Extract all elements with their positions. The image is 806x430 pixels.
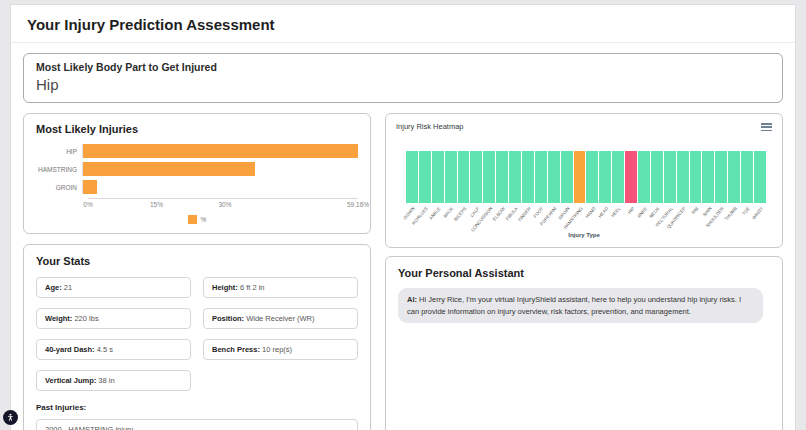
stat-item-bench-press: Bench Press: 10 rep(s) — [203, 339, 358, 360]
your-stats-card: Your Stats Age: 21Height: 6 ft 2 inWeigh… — [23, 244, 371, 430]
heatmap-bar-neck[interactable] — [651, 151, 663, 203]
heatmap-bar-shoulder[interactable] — [715, 151, 727, 203]
heatmap-bar-heel[interactable] — [612, 151, 624, 203]
heatmap-bar-toe[interactable] — [741, 151, 753, 203]
x-axis-tick-label: 59.16% — [347, 201, 369, 208]
heatmap-category-label: HAND — [584, 206, 596, 219]
heatmap-category-label: TOE — [741, 206, 751, 216]
assistant-message-bubble: AI: Hi Jerry Rice, I'm your virtual Inju… — [398, 288, 763, 323]
injury-category-label: HAMSTRING — [36, 166, 82, 173]
legend-swatch — [188, 215, 197, 224]
heatmap-bar-back[interactable] — [445, 151, 457, 203]
bar-track — [82, 144, 358, 158]
assistant-message-text: Hi Jerry Rice, I'm your virtual InjurySh… — [407, 295, 741, 316]
injuries-x-axis: 0%15%30%59.16% — [88, 198, 358, 210]
injury-category-label: HIP — [36, 148, 82, 155]
stat-item-age: Age: 21 — [36, 277, 191, 298]
injuries-chart-legend[interactable]: % — [36, 215, 358, 224]
heatmap-label-cell: THUMB — [728, 205, 740, 232]
heatmap-bar-hip[interactable] — [625, 151, 637, 203]
most-likely-injuries-card: Most Likely Injuries HIPHAMSTRINGGROIN 0… — [23, 113, 371, 234]
heatmap-bar-quadricep[interactable] — [677, 151, 689, 203]
heatmap-bar-ankle[interactable] — [432, 151, 444, 203]
past-injury-text: 2000 - HAMSTRING injury — [45, 425, 133, 430]
injury-risk-heatmap-card: Injury Risk Heatmap -DOWNACHILLESANKLEBA… — [385, 113, 783, 248]
assistant-title: Your Personal Assistant — [398, 267, 770, 279]
stats-title: Your Stats — [36, 255, 358, 267]
past-injury-item: 2000 - HAMSTRING injury — [36, 419, 358, 430]
body-part-value: Hip — [36, 76, 770, 93]
heatmap-label-cell: RIB — [690, 205, 702, 232]
body-part-card: Most Likely Body Part to Get Injured Hip — [23, 53, 783, 103]
heatmap-bar-achilles[interactable] — [419, 151, 431, 203]
heatmap-category-label: NECK — [649, 206, 661, 219]
heatmap-bars — [406, 151, 766, 203]
accessibility-icon — [6, 413, 15, 422]
heatmap-bar-groin[interactable] — [561, 151, 573, 203]
heatmap-bar-shin[interactable] — [702, 151, 714, 203]
stat-item-height: Height: 6 ft 2 in — [203, 277, 358, 298]
injury-bar-hamstring[interactable] — [83, 162, 255, 176]
x-axis-tick-label: 0% — [83, 201, 92, 208]
stats-grid: Age: 21Height: 6 ft 2 inWeight: 220 lbsP… — [36, 277, 358, 391]
heatmap-bar-calf[interactable] — [470, 151, 482, 203]
heatmap-category-label: HEEL — [611, 206, 622, 218]
heatmap-label-cell: WRIST — [754, 205, 766, 232]
heatmap-bar-hamstring[interactable] — [574, 151, 586, 203]
app-viewport: Your Injury Prediction Assessment Most L… — [0, 0, 806, 430]
heatmap-label-cell: HAMSTRING — [574, 205, 586, 232]
heatmap-bar-knee[interactable] — [638, 151, 650, 203]
heatmap-bar-concussion[interactable] — [483, 151, 495, 203]
heatmap-bar-biceps[interactable] — [458, 151, 470, 203]
heatmap-bar-hand[interactable] — [586, 151, 598, 203]
heatmap-label-cell: QUADRICEP — [677, 205, 689, 232]
assistant-message-prefix: AI: — [407, 295, 417, 304]
heatmap-bar-foot[interactable] — [535, 151, 547, 203]
injury-category-label: GROIN — [36, 184, 82, 191]
heatmap-label-cell: ANKLE — [432, 205, 444, 232]
heatmap-header: Injury Risk Heatmap — [396, 122, 772, 133]
heatmap-label-cell: BICEPS — [458, 205, 470, 232]
right-column: Injury Risk Heatmap -DOWNACHILLESANKLEBA… — [385, 113, 783, 430]
heatmap-bar-fibula[interactable] — [509, 151, 521, 203]
stat-item-weight: Weight: 220 lbs — [36, 308, 191, 329]
body-part-label: Most Likely Body Part to Get Injured — [36, 61, 770, 73]
injury-bar-row: GROIN — [36, 180, 358, 194]
left-column: Most Likely Injuries HIPHAMSTRINGGROIN 0… — [23, 113, 371, 430]
heatmap-bar-rib[interactable] — [690, 151, 702, 203]
personal-assistant-card: Your Personal Assistant AI: Hi Jerry Ric… — [385, 256, 783, 430]
heatmap-label-cell: TOE — [741, 205, 753, 232]
heatmap-bar-forearm[interactable] — [548, 151, 560, 203]
heatmap-bar-elbow[interactable] — [496, 151, 508, 203]
heatmap-category-label: CALF — [469, 206, 480, 218]
legend-label: % — [201, 216, 207, 223]
stat-item-position: Position: Wide Receiver (WR) — [203, 308, 358, 329]
injury-bar-groin[interactable] — [83, 180, 97, 194]
bar-track — [82, 180, 358, 194]
injuries-chart-title: Most Likely Injuries — [36, 123, 358, 135]
heatmap-title: Injury Risk Heatmap — [396, 122, 464, 131]
accessibility-widget-button[interactable] — [3, 410, 18, 425]
heatmap-bar--down[interactable] — [406, 151, 418, 203]
x-axis-tick-label: 30% — [218, 201, 231, 208]
heatmap-bar-finger[interactable] — [522, 151, 534, 203]
stat-item-40-yard-dash: 40-yard Dash: 4.5 s — [36, 339, 191, 360]
heatmap-label-cell: HAND — [586, 205, 598, 232]
heatmap-bar-wrist[interactable] — [754, 151, 766, 203]
heatmap-category-label: RIB — [691, 206, 700, 215]
heatmap-label-cell: HEEL — [612, 205, 624, 232]
heatmap-category-label: HEAD — [597, 206, 609, 219]
hamburger-menu-icon[interactable] — [761, 122, 772, 133]
injury-bar-hip[interactable] — [83, 144, 358, 158]
heatmap-x-axis-title: Injury Type — [396, 232, 772, 238]
heatmap-label-cell: FINGER — [522, 205, 534, 232]
heatmap-bar-head[interactable] — [599, 151, 611, 203]
heatmap-bar-thumb[interactable] — [728, 151, 740, 203]
bar-track — [82, 162, 358, 176]
main-content: Your Injury Prediction Assessment Most L… — [10, 4, 796, 430]
x-axis-tick-label: 15% — [150, 201, 163, 208]
heatmap-category-labels: -DOWNACHILLESANKLEBACKBICEPSCALFCONCUSSI… — [406, 205, 766, 232]
heatmap-label-cell: HIP — [625, 205, 637, 232]
heatmap-bar-pectoral[interactable] — [664, 151, 676, 203]
heatmap-label-cell: HEAD — [599, 205, 611, 232]
